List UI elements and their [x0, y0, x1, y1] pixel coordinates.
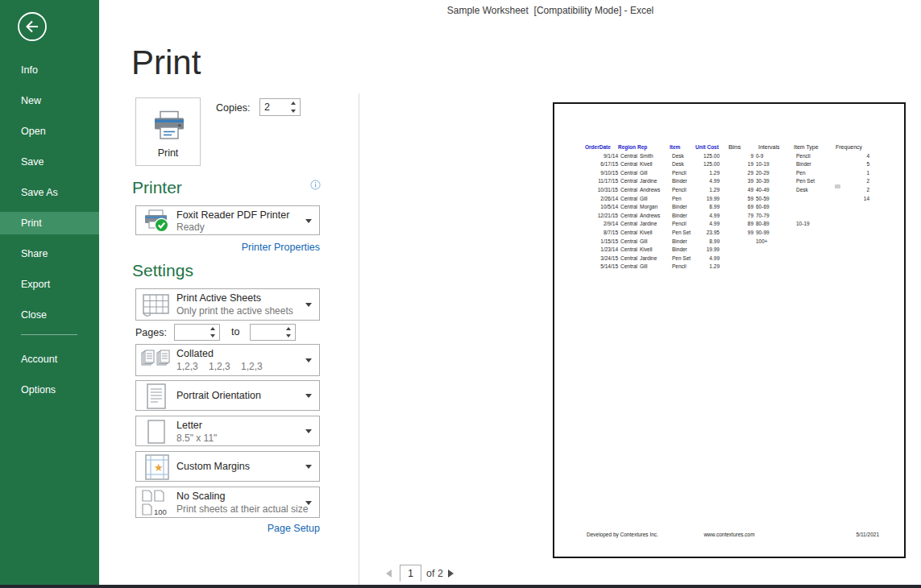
- preview-table-cell: 9/10/15: [585, 169, 618, 178]
- preview-table-cell: Binder: [670, 177, 695, 186]
- sidebar-item-open[interactable]: Open: [0, 120, 99, 143]
- preview-table-cell: 50-59: [753, 195, 794, 204]
- orientation-select[interactable]: Portrait Orientation: [135, 380, 320, 411]
- next-page-button[interactable]: [448, 569, 454, 578]
- sidebar-item-save[interactable]: Save: [0, 151, 99, 173]
- copies-decrement-button[interactable]: [288, 107, 299, 115]
- preview-column-header: Region: [618, 143, 637, 152]
- preview-table-cell: 23.95: [695, 229, 720, 238]
- scaling-select[interactable]: 100 No Scaling Print sheets at their act…: [135, 487, 320, 518]
- preview-table-cell: 9: [720, 152, 753, 161]
- preview-table-cell: [794, 246, 836, 255]
- chevron-down-icon: [305, 501, 312, 505]
- pages-from-decrement-button[interactable]: [207, 333, 218, 341]
- pages-to-increment-button[interactable]: [283, 325, 294, 333]
- preview-table-cell: 59: [720, 195, 753, 204]
- print-what-select[interactable]: Print Active Sheets Only print the activ…: [135, 288, 320, 321]
- pages-to-input[interactable]: [251, 325, 283, 340]
- collated-icon: [141, 350, 172, 375]
- preview-table-cell: 4.99: [695, 220, 720, 229]
- preview-table-cell: Pen Set: [670, 229, 695, 238]
- sidebar-item-export[interactable]: Export: [0, 273, 99, 296]
- preview-table-cell: 2/26/14: [585, 195, 618, 204]
- preview-table-cell: [794, 203, 836, 212]
- preview-table-row: 6/17/15CentralKivellDesk125.001910-19Bin…: [585, 160, 869, 169]
- back-button[interactable]: [17, 11, 48, 42]
- margins-label: Custom Margins: [176, 461, 250, 472]
- preview-table-cell: 1/15/15: [585, 238, 618, 246]
- preview-table-cell: 70-79: [753, 212, 794, 221]
- paper-size-select[interactable]: Letter 8.5" x 11": [135, 416, 320, 446]
- info-icon[interactable]: [310, 179, 321, 193]
- preview-table-cell: 11/17/15: [585, 177, 618, 186]
- comment-marker: [835, 184, 840, 188]
- preview-table-cell: [753, 255, 794, 263]
- page-setup-link[interactable]: Page Setup: [135, 523, 320, 534]
- preview-table-cell: Andrews: [637, 212, 670, 221]
- preview-column-header: OrderDate: [585, 143, 618, 152]
- print-button[interactable]: Print: [135, 97, 201, 166]
- sidebar-item-close[interactable]: Close: [0, 304, 99, 326]
- preview-table-cell: Pencil: [670, 220, 695, 229]
- preview-table-cell: Jardine: [637, 177, 670, 186]
- paper-size-label: Letter: [176, 420, 202, 431]
- preview-table-row: 9/10/15CentralGillPencil1.292920-29Pen1: [585, 169, 869, 178]
- svg-text:100: 100: [154, 507, 167, 516]
- sidebar-item-save-as[interactable]: Save As: [0, 181, 99, 204]
- preview-table-cell: [794, 195, 836, 204]
- sidebar-item-share[interactable]: Share: [0, 242, 99, 265]
- chevron-down-icon: [305, 303, 312, 307]
- bottom-edge-strip: [0, 585, 921, 588]
- copies-increment-button[interactable]: [288, 99, 299, 107]
- preview-table-cell: 79: [720, 212, 753, 221]
- preview-table-cell: Central: [618, 263, 637, 271]
- preview-table-cell: 80-89: [753, 220, 794, 229]
- preview-table-cell: 19.99: [695, 246, 720, 255]
- pages-from-increment-button[interactable]: [207, 325, 218, 333]
- pages-from-stepper: [174, 324, 220, 341]
- preview-table-cell: 5/14/15: [585, 263, 618, 271]
- page-number-input[interactable]: [400, 566, 421, 582]
- margins-select[interactable]: ★ Custom Margins: [135, 451, 320, 482]
- preview-table-cell: 30-39: [753, 177, 794, 186]
- sidebar-nav: Info New Open Save Save As Print Share E…: [0, 59, 99, 409]
- collation-select[interactable]: Collated 1,2,3 1,2,3 1,2,3: [135, 344, 320, 376]
- preview-table-cell: 0-9: [753, 152, 794, 161]
- sidebar-item-print[interactable]: Print: [0, 212, 99, 234]
- preview-table-cell: [720, 263, 753, 271]
- preview-table-cell: Binder: [794, 160, 836, 169]
- preview-table-cell: 14: [836, 195, 869, 204]
- preview-table-cell: Jardine: [637, 220, 670, 229]
- preview-footer-center: www.contextures.com: [554, 532, 904, 537]
- sidebar-item-new[interactable]: New: [0, 89, 99, 112]
- sidebar-item-options[interactable]: Options: [0, 379, 99, 401]
- pages-from-input[interactable]: [175, 325, 207, 340]
- printer-select[interactable]: Foxit Reader PDF Printer Ready: [135, 205, 320, 235]
- preview-table-cell: [753, 246, 794, 255]
- preview-table-cell: 125.00: [695, 160, 720, 169]
- preview-table-cell: [794, 238, 836, 246]
- previous-page-button[interactable]: [386, 569, 392, 578]
- preview-table-cell: 40-49: [753, 186, 794, 195]
- sidebar-item-info[interactable]: Info: [0, 59, 99, 81]
- preview-table-cell: Kivell: [637, 229, 670, 238]
- preview-table-cell: Desk: [670, 160, 695, 169]
- preview-table-cell: Binder: [670, 212, 695, 221]
- preview-table-cell: Pen Set: [670, 255, 695, 263]
- print-button-label: Print: [136, 147, 200, 159]
- preview-table-row: 12/21/15CentralAndrewsBinder4.997970-79: [585, 212, 869, 221]
- printer-properties-link[interactable]: Printer Properties: [135, 242, 320, 253]
- preview-table-cell: 90-99: [753, 229, 794, 238]
- preview-table-row: 10/5/14CentralMorganBinder8.996960-69: [585, 203, 869, 212]
- preview-table-cell: Central: [618, 203, 637, 212]
- preview-table-cell: 8.99: [695, 238, 720, 246]
- sidebar-item-account[interactable]: Account: [0, 348, 99, 371]
- print-what-label: Print Active Sheets: [176, 292, 261, 304]
- collation-label: Collated: [176, 348, 214, 359]
- copies-input[interactable]: [260, 99, 288, 115]
- preview-table-cell: Binder: [670, 246, 695, 255]
- back-arrow-icon: [17, 11, 48, 42]
- pages-to-decrement-button[interactable]: [283, 333, 294, 341]
- preview-table-cell: [794, 212, 836, 221]
- preview-table-cell: 2: [836, 177, 869, 186]
